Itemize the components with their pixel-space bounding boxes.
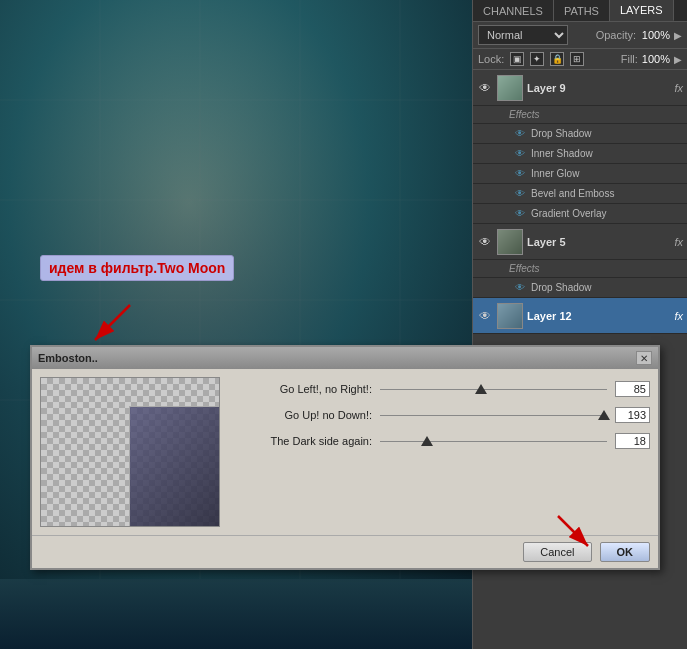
slider-row-3: The Dark side again: 18 [232, 433, 650, 449]
effect-eye-bevel-9[interactable]: 👁 [513, 187, 527, 201]
slider-row-2: Go Up! no Down!: 193 [232, 407, 650, 423]
effect-eye-inner-glow-9[interactable]: 👁 [513, 167, 527, 181]
svg-line-11 [558, 516, 588, 546]
layer-info-layer9: Layer 9 [527, 82, 670, 94]
lock-label: Lock: [478, 53, 504, 65]
effect-gradient-9[interactable]: 👁 Gradient Overlay [473, 204, 687, 224]
fill-arrow[interactable]: ▶ [674, 54, 682, 65]
annotation-box: идем в фильтр.Two Moon [40, 255, 234, 281]
slider-track-1[interactable] [380, 383, 607, 395]
fill-value: 100% [642, 53, 670, 65]
effect-drop-shadow-5[interactable]: 👁 Drop Shadow [473, 278, 687, 298]
layer-thumb-layer9 [497, 75, 523, 101]
slider-row-1: Go Left!, no Right!: 85 [232, 381, 650, 397]
annotation-text: идем в фильтр.Two Moon [49, 260, 225, 276]
layer-info-layer5: Layer 5 [527, 236, 670, 248]
layer-name-layer5: Layer 5 [527, 236, 670, 248]
layer-name-layer9: Layer 9 [527, 82, 670, 94]
canvas-bottom-strip [0, 579, 472, 649]
slider-label-1: Go Left!, no Right!: [232, 383, 372, 395]
layer-eye-layer5[interactable]: 👁 [477, 234, 493, 250]
effect-eye-inner-shadow-9[interactable]: 👁 [513, 147, 527, 161]
effect-eye-drop-shadow-5[interactable]: 👁 [513, 281, 527, 295]
slider-line-1 [380, 389, 607, 390]
lock-extra-icon[interactable]: ⊞ [570, 52, 584, 66]
layer-name-layer12: Layer 12 [527, 310, 670, 322]
effects-header-layer9: Effects [473, 106, 687, 124]
lock-all-icon[interactable]: 🔒 [550, 52, 564, 66]
effects-header-layer5: Effects [473, 260, 687, 278]
effects-header-text-5: Effects [509, 263, 540, 274]
opacity-control: Opacity: 100% ▶ [572, 29, 682, 41]
effect-name-drop-shadow-9: Drop Shadow [531, 128, 592, 139]
slider-thumb-2[interactable] [598, 410, 610, 420]
effect-name-drop-shadow-5: Drop Shadow [531, 282, 592, 293]
layer-info-layer12: Layer 12 [527, 310, 670, 322]
dialog-controls: Go Left!, no Right!: 85 Go Up! no Down!:… [232, 377, 650, 527]
svg-line-9 [95, 305, 130, 340]
dialog-titlebar: Emboston.. ✕ [32, 347, 658, 369]
effect-name-inner-shadow-9: Inner Shadow [531, 148, 593, 159]
effect-name-bevel-9: Bevel and Emboss [531, 188, 614, 199]
layer-thumb-layer5 [497, 229, 523, 255]
slider-value-2[interactable]: 193 [615, 407, 650, 423]
fx-badge-layer9: fx [674, 82, 683, 94]
ok-button[interactable]: OK [600, 542, 651, 562]
opacity-label: Opacity: [596, 29, 636, 41]
slider-line-2 [380, 415, 607, 416]
slider-track-2[interactable] [380, 409, 607, 421]
effect-name-gradient-9: Gradient Overlay [531, 208, 607, 219]
dialog-box: Emboston.. ✕ Go Left!, no Right!: 85 Go … [30, 345, 660, 570]
slider-line-3 [380, 441, 607, 442]
effect-eye-gradient-9[interactable]: 👁 [513, 207, 527, 221]
dialog-title: Emboston.. [38, 352, 98, 364]
slider-thumb-1[interactable] [475, 384, 487, 394]
fx-badge-layer5: fx [674, 236, 683, 248]
fill-label: Fill: [621, 53, 638, 65]
layer-item-layer5[interactable]: 👁 Layer 5 fx [473, 224, 687, 260]
effect-name-inner-glow-9: Inner Glow [531, 168, 579, 179]
layer-item-layer9[interactable]: 👁 Layer 9 fx [473, 70, 687, 106]
slider-thumb-3[interactable] [421, 436, 433, 446]
blend-mode-row: Normal Multiply Screen Overlay Opacity: … [473, 22, 687, 49]
dialog-close-button[interactable]: ✕ [636, 351, 652, 365]
tab-channels[interactable]: CHANNELS [473, 0, 554, 21]
layers-list: 👁 Layer 9 fx Effects 👁 Drop Shadow 👁 Inn… [473, 70, 687, 334]
opacity-arrow[interactable]: ▶ [674, 30, 682, 41]
slider-value-3[interactable]: 18 [615, 433, 650, 449]
effect-inner-shadow-9[interactable]: 👁 Inner Shadow [473, 144, 687, 164]
tab-paths[interactable]: PATHS [554, 0, 610, 21]
fill-control: Fill: 100% ▶ [621, 53, 682, 65]
effect-bevel-9[interactable]: 👁 Bevel and Emboss [473, 184, 687, 204]
panel-tabs: CHANNELS PATHS LAYERS [473, 0, 687, 22]
lock-position-icon[interactable]: ✦ [530, 52, 544, 66]
canvas-arrow [85, 300, 145, 340]
slider-label-3: The Dark side again: [232, 435, 372, 447]
slider-track-3[interactable] [380, 435, 607, 447]
lock-row: Lock: ▣ ✦ 🔒 ⊞ Fill: 100% ▶ [473, 49, 687, 70]
blend-mode-select[interactable]: Normal Multiply Screen Overlay [478, 25, 568, 45]
preview-figure [129, 406, 219, 526]
fx-badge-layer12: fx [674, 310, 683, 322]
effects-header-text: Effects [509, 109, 540, 120]
slider-label-2: Go Up! no Down!: [232, 409, 372, 421]
layer-eye-layer9[interactable]: 👁 [477, 80, 493, 96]
layer-eye-layer12[interactable]: 👁 [477, 308, 493, 324]
dialog-ok-arrow [553, 511, 603, 558]
tab-layers[interactable]: LAYERS [610, 0, 674, 21]
layer-thumb-layer12 [497, 303, 523, 329]
effect-drop-shadow-9[interactable]: 👁 Drop Shadow [473, 124, 687, 144]
effect-eye-drop-shadow-9[interactable]: 👁 [513, 127, 527, 141]
slider-value-1[interactable]: 85 [615, 381, 650, 397]
opacity-value: 100% [640, 29, 670, 41]
effect-inner-glow-9[interactable]: 👁 Inner Glow [473, 164, 687, 184]
dialog-preview [40, 377, 220, 527]
layer-item-layer12[interactable]: 👁 Layer 12 fx [473, 298, 687, 334]
lock-pixels-icon[interactable]: ▣ [510, 52, 524, 66]
